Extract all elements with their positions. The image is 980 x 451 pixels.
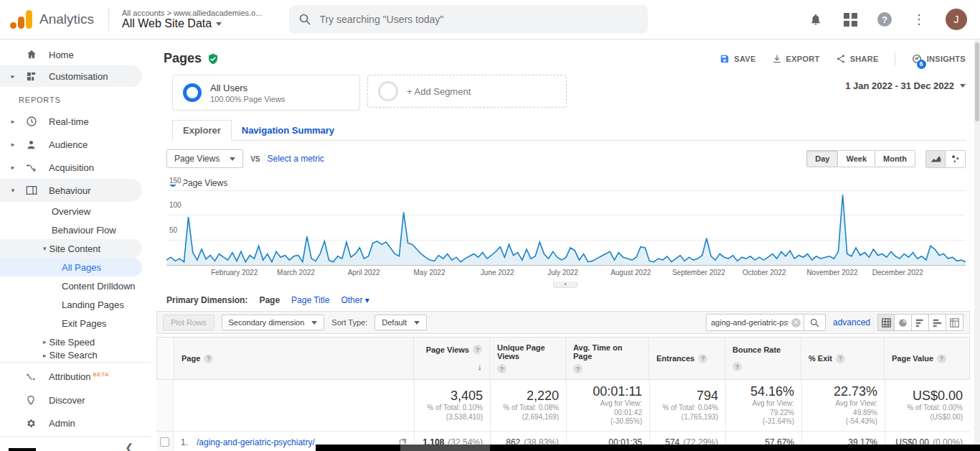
pivot-view-icon[interactable] <box>946 314 963 331</box>
page-title: Pages <box>164 51 202 66</box>
scrollbar-thumb[interactable] <box>975 42 979 121</box>
sidebar-item-attribution[interactable]: AttributionBETA <box>0 366 151 389</box>
attribution-icon <box>26 372 39 383</box>
help-icon[interactable] <box>497 364 507 373</box>
advanced-search-link[interactable]: advanced <box>833 317 870 327</box>
expand-arrow-icon[interactable]: ▸ <box>10 73 16 80</box>
sidebar-item-site-search-clipped[interactable]: ▸ Site Search <box>0 351 151 359</box>
header-percent-exit[interactable]: % Exit <box>801 338 885 379</box>
select-metric-link[interactable]: Select a metric <box>268 154 324 164</box>
header-page[interactable]: Page <box>174 338 414 379</box>
sidebar-item-home[interactable]: Home <box>0 44 151 65</box>
sidebar-item-exit-pages[interactable]: Exit Pages <box>0 314 151 333</box>
help-icon[interactable] <box>937 354 946 363</box>
help-icon[interactable] <box>573 364 583 373</box>
help-icon[interactable] <box>836 354 845 363</box>
date-range-picker[interactable]: 1 Jan 2022 - 31 Dec 2022 <box>845 75 966 91</box>
add-segment-button[interactable]: + Add Segment <box>367 75 567 108</box>
more-options-kebab-icon[interactable]: ⋮ <box>911 11 927 27</box>
header-avg-time[interactable]: Avg. Time on Page <box>566 338 649 379</box>
account-picker[interactable]: All accounts > www.alliedacademies.o... … <box>122 9 262 30</box>
pageviews-chart[interactable]: 150 100 50 February 2022March 2022April … <box>166 192 966 280</box>
plot-rows-button[interactable]: Plot Rows <box>163 315 215 330</box>
notifications-bell-icon[interactable] <box>808 11 824 27</box>
tab-explorer[interactable]: Explorer <box>172 120 232 141</box>
tab-navigation-summary[interactable]: Navigation Summary <box>232 121 344 140</box>
primary-dimension-other-dropdown[interactable]: Other ▾ <box>341 295 369 305</box>
sidebar-item-site-speed[interactable]: ▸ Site Speed <box>0 333 151 351</box>
sidebar-item-landing-pages[interactable]: Landing Pages <box>0 295 151 314</box>
sidebar-item-realtime[interactable]: ▸ Real-time <box>0 110 151 133</box>
sidebar-item-site-content[interactable]: ▾ Site Content <box>0 239 142 258</box>
verified-shield-icon[interactable] <box>207 53 219 65</box>
sidebar-item-audience[interactable]: ▸ Audience <box>0 133 151 156</box>
sidebar-item-label: Acquisition <box>49 162 94 173</box>
segment-radio-icon <box>183 83 202 102</box>
help-icon[interactable] <box>204 354 213 363</box>
secondary-dimension-dropdown[interactable]: Secondary dimension <box>222 315 325 330</box>
insights-button[interactable]: 6 INSIGHTS <box>911 53 966 65</box>
sidebar-item-behaviour-flow[interactable]: Behaviour Flow <box>0 220 151 239</box>
help-icon[interactable] <box>473 345 482 354</box>
chart-expander-handle[interactable]: ▾ <box>553 282 578 288</box>
save-button[interactable]: SAVE <box>720 54 755 64</box>
header-bounce-rate[interactable]: Bounce Rate <box>725 338 801 379</box>
help-icon[interactable] <box>732 362 742 371</box>
primary-dimension-page-title[interactable]: Page Title <box>291 295 329 305</box>
granularity-month-button[interactable]: Month <box>875 150 915 167</box>
header-page-value[interactable]: Page Value <box>885 338 969 379</box>
expand-arrow-icon[interactable]: ▸ <box>10 164 16 171</box>
vertical-scrollbar[interactable] <box>974 39 980 451</box>
primary-dimension-page[interactable]: Page <box>259 295 280 305</box>
search-input[interactable] <box>319 14 638 25</box>
header-unique-page-views[interactable]: Unique Page Views <box>490 338 566 379</box>
segment-all-users[interactable]: All Users 100.00% Page Views <box>172 75 360 111</box>
row-checkbox[interactable] <box>160 437 169 447</box>
table-view-icon[interactable] <box>877 314 895 331</box>
report-tabs: Explorer Navigation Summary <box>172 121 966 141</box>
expand-arrow-icon[interactable]: ▸ <box>10 141 16 148</box>
sidebar-item-acquisition[interactable]: ▸ Acquisition <box>0 156 151 179</box>
google-apps-grid-icon[interactable] <box>842 11 858 27</box>
percentage-pie-view-icon[interactable] <box>895 314 912 331</box>
sidebar-item-all-pages[interactable]: All Pages <box>0 258 142 276</box>
chevron-down-icon <box>311 321 317 325</box>
header-entrances[interactable]: Entrances <box>649 338 725 379</box>
month-tick-label: March 2022 <box>277 269 315 276</box>
export-button[interactable]: EXPORT <box>772 54 820 64</box>
property-name[interactable]: All Web Site Data <box>122 17 212 30</box>
collapse-arrow-icon[interactable]: ▾ <box>10 187 16 194</box>
granularity-day-button[interactable]: Day <box>806 150 838 167</box>
table-search-button[interactable] <box>804 315 825 330</box>
user-avatar[interactable]: J <box>946 9 967 30</box>
sidebar-item-discover[interactable]: Discover <box>0 389 151 412</box>
clear-search-icon[interactable]: ✕ <box>791 318 801 327</box>
sidebar-item-customisation[interactable]: ▸ Customisation <box>0 65 142 87</box>
collapse-arrow-icon[interactable]: ▾ <box>43 245 47 252</box>
table-header-row: Page Page Views↓ Unique Page Views Avg. … <box>156 337 970 380</box>
expand-arrow-icon[interactable]: ▸ <box>10 118 16 125</box>
page-link[interactable]: /aging-and-geriatric-psychiatry/ <box>197 437 315 447</box>
performance-bars-view-icon[interactable] <box>912 314 929 331</box>
share-button[interactable]: SHARE <box>836 54 879 64</box>
sidebar-item-admin[interactable]: Admin <box>0 412 151 434</box>
granularity-week-button[interactable]: Week <box>838 150 875 167</box>
help-icon[interactable] <box>698 354 707 363</box>
comparison-view-icon[interactable] <box>929 314 946 331</box>
sidebar-item-label: Content Drilldown <box>62 281 136 292</box>
motion-chart-view-button[interactable] <box>946 150 966 168</box>
sort-type-dropdown[interactable]: Default <box>374 315 427 330</box>
header-page-views[interactable]: Page Views↓ <box>414 338 490 379</box>
sidebar-item-overview[interactable]: Overview <box>0 202 151 220</box>
expand-arrow-icon[interactable]: ▸ <box>43 338 47 345</box>
help-icon[interactable]: ? <box>877 11 892 27</box>
analytics-logo-icon[interactable] <box>10 10 32 29</box>
sidebar-item-behaviour[interactable]: ▾ Behaviour <box>0 179 142 202</box>
metric-select-dropdown[interactable]: Page Views <box>166 149 243 168</box>
breadcrumb[interactable]: All accounts > www.alliedacademies.o... <box>122 9 262 17</box>
sidebar-item-content-drilldown[interactable]: Content Drilldown <box>0 276 151 295</box>
table-search-input[interactable] <box>707 318 791 327</box>
expand-arrow-icon[interactable]: ▸ <box>43 352 47 359</box>
global-search[interactable] <box>289 5 648 34</box>
line-chart-view-button[interactable] <box>925 150 946 168</box>
